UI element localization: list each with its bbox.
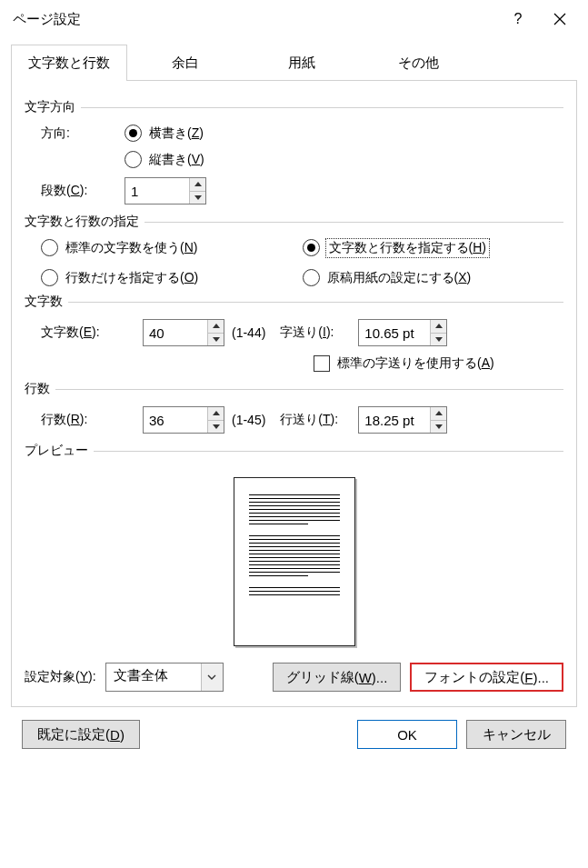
spinner-up-icon[interactable] xyxy=(208,320,224,333)
spinner-up-icon[interactable] xyxy=(208,407,224,420)
group-chars-label: 文字数 xyxy=(25,294,63,310)
svg-marker-8 xyxy=(213,411,220,415)
preview-page xyxy=(234,477,355,646)
tab-paper[interactable]: 用紙 xyxy=(244,45,360,81)
line-pitch-label: 行送り(T): xyxy=(280,412,351,428)
columns-spinner[interactable] xyxy=(125,177,206,205)
close-button[interactable] xyxy=(539,4,581,35)
font-settings-button[interactable]: フォントの設定(F)... xyxy=(410,663,563,692)
apply-to-value: 文書全体 xyxy=(106,663,201,691)
dialog-title: ページ設定 xyxy=(13,11,497,28)
group-direction: 文字方向 xyxy=(25,99,563,115)
radio-horizontal-label: 横書き(Z) xyxy=(149,125,204,142)
gridlines-button[interactable]: グリッド線(W)... xyxy=(273,663,402,692)
svg-marker-3 xyxy=(194,195,202,200)
lines-label: 行数(R): xyxy=(41,412,135,428)
tab-chars-lines[interactable]: 文字数と行数 xyxy=(11,45,127,81)
radio-icon xyxy=(41,239,58,256)
spinner-up-icon[interactable] xyxy=(431,407,446,420)
radio-icon xyxy=(125,151,142,168)
char-pitch-label: 字送り(I): xyxy=(280,324,351,341)
lines-input[interactable] xyxy=(144,407,207,433)
lines-range: (1-45) xyxy=(232,413,265,427)
tab-other[interactable]: その他 xyxy=(360,45,476,81)
group-direction-label: 文字方向 xyxy=(25,99,75,115)
titlebar: ページ設定 ? xyxy=(0,0,588,38)
spinner-down-icon[interactable] xyxy=(431,420,446,434)
radio-spec-standard[interactable]: 標準の文字数を使う(N) xyxy=(41,239,303,256)
apply-to-dropdown[interactable]: 文書全体 xyxy=(105,663,224,692)
group-spec: 文字数と行数の指定 xyxy=(25,214,563,230)
line-pitch-input[interactable] xyxy=(359,407,430,433)
radio-icon xyxy=(125,125,142,142)
checkbox-icon xyxy=(314,355,330,372)
radio-vertical-label: 縦書き(V) xyxy=(149,152,204,168)
radio-icon xyxy=(303,239,320,256)
char-pitch-input[interactable] xyxy=(359,320,430,345)
checkbox-std-pitch[interactable]: 標準の字送りを使用する(A) xyxy=(314,355,494,372)
close-icon xyxy=(553,13,566,25)
spinner-down-icon[interactable] xyxy=(208,333,224,346)
spinner-down-icon[interactable] xyxy=(208,420,224,434)
svg-marker-9 xyxy=(213,424,220,429)
svg-marker-7 xyxy=(435,337,443,342)
cancel-button[interactable]: キャンセル xyxy=(466,720,566,749)
radio-vertical[interactable]: 縦書き(V) xyxy=(125,151,204,168)
tab-strip: 文字数と行数 余白 用紙 その他 xyxy=(11,44,577,81)
direction-label: 方向: xyxy=(41,125,125,142)
radio-spec-grid[interactable]: 原稿用紙の設定にする(X) xyxy=(303,269,564,286)
columns-label: 段数(C): xyxy=(41,183,125,199)
radio-icon xyxy=(303,269,320,286)
line-pitch-spinner[interactable] xyxy=(358,406,447,434)
spinner-up-icon[interactable] xyxy=(431,320,446,333)
radio-horizontal[interactable]: 横書き(Z) xyxy=(125,125,204,142)
group-lines: 行数 xyxy=(25,381,563,397)
ok-button[interactable]: OK xyxy=(357,720,457,749)
char-pitch-spinner[interactable] xyxy=(358,319,447,346)
svg-marker-2 xyxy=(194,182,202,186)
spinner-up-icon[interactable] xyxy=(190,178,205,191)
spinner-down-icon[interactable] xyxy=(431,333,446,346)
chars-spinner[interactable] xyxy=(143,319,224,346)
dialog-buttons: 既定に設定(D) OK キャンセル xyxy=(11,707,577,749)
spinner-down-icon[interactable] xyxy=(190,191,205,205)
svg-marker-5 xyxy=(213,337,220,342)
chars-label: 文字数(E): xyxy=(41,324,135,341)
group-lines-label: 行数 xyxy=(25,381,50,397)
radio-icon xyxy=(41,269,58,286)
set-default-button[interactable]: 既定に設定(D) xyxy=(22,720,140,749)
help-button[interactable]: ? xyxy=(497,4,539,35)
tab-panel: 文字方向 方向: 横書き(Z) 縦書き(V) 段数(C): xyxy=(11,81,577,707)
radio-spec-both[interactable]: 文字数と行数を指定する(H) xyxy=(303,239,564,256)
svg-marker-11 xyxy=(435,424,443,429)
apply-to-label: 設定対象(Y): xyxy=(25,669,96,685)
chevron-down-icon xyxy=(201,663,223,691)
svg-marker-10 xyxy=(435,411,443,415)
columns-input[interactable] xyxy=(125,178,189,204)
group-chars: 文字数 xyxy=(25,294,563,310)
chars-input[interactable] xyxy=(144,320,207,345)
radio-spec-lines-only[interactable]: 行数だけを指定する(O) xyxy=(41,269,303,286)
group-preview-label: プレビュー xyxy=(25,443,88,459)
chars-range: (1-44) xyxy=(232,325,265,340)
group-spec-label: 文字数と行数の指定 xyxy=(25,214,139,230)
svg-marker-4 xyxy=(213,324,220,328)
tab-margins[interactable]: 余白 xyxy=(127,45,244,81)
svg-marker-6 xyxy=(435,324,443,328)
lines-spinner[interactable] xyxy=(143,406,224,434)
group-preview: プレビュー xyxy=(25,443,563,459)
